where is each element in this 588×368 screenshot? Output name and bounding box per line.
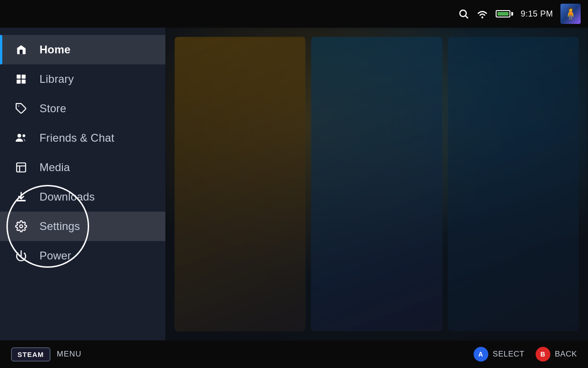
media-label: Media bbox=[40, 161, 70, 174]
game-card-1 bbox=[175, 37, 305, 331]
power-label: Power bbox=[40, 249, 71, 262]
svg-point-2 bbox=[481, 17, 483, 18]
friends-icon bbox=[13, 130, 29, 146]
game-card-3 bbox=[448, 37, 579, 331]
settings-icon bbox=[13, 218, 29, 235]
downloads-icon bbox=[13, 189, 29, 205]
content-cards bbox=[165, 28, 588, 340]
home-label: Home bbox=[40, 43, 70, 56]
sidebar-item-store[interactable]: Store bbox=[0, 94, 165, 123]
back-label: BACK bbox=[555, 350, 577, 359]
svg-point-11 bbox=[20, 225, 23, 228]
library-label: Library bbox=[40, 73, 74, 86]
steam-button[interactable]: STEAM bbox=[11, 347, 51, 362]
wifi-icon bbox=[476, 9, 488, 19]
b-button[interactable]: B bbox=[536, 347, 550, 362]
svg-rect-5 bbox=[17, 80, 21, 84]
settings-label: Settings bbox=[40, 220, 80, 233]
battery-icon bbox=[496, 10, 513, 17]
avatar[interactable]: 🧍 bbox=[560, 4, 581, 24]
steam-menu: STEAM MENU bbox=[11, 347, 82, 362]
time-display: 9:15 PM bbox=[520, 9, 553, 19]
bottombar: STEAM MENU A SELECT B BACK bbox=[0, 340, 588, 368]
sidebar-item-settings[interactable]: Settings bbox=[0, 212, 165, 241]
main-content bbox=[165, 28, 588, 340]
friends-label: Friends & Chat bbox=[40, 132, 114, 144]
svg-rect-3 bbox=[17, 75, 21, 79]
select-label: SELECT bbox=[493, 350, 525, 359]
home-icon bbox=[13, 41, 29, 58]
sidebar-item-media[interactable]: Media bbox=[0, 153, 165, 182]
bottom-actions: A SELECT B BACK bbox=[474, 347, 577, 362]
power-icon bbox=[13, 247, 29, 264]
svg-point-8 bbox=[17, 134, 21, 138]
svg-rect-6 bbox=[22, 80, 26, 84]
svg-rect-4 bbox=[22, 75, 26, 79]
game-card-2 bbox=[311, 37, 442, 331]
select-action: A SELECT bbox=[474, 347, 525, 362]
search-icon[interactable] bbox=[458, 8, 469, 19]
library-icon bbox=[13, 71, 29, 87]
sidebar-item-friends[interactable]: Friends & Chat bbox=[0, 123, 165, 153]
a-button[interactable]: A bbox=[474, 347, 488, 362]
sidebar: Home Library Store bbox=[0, 28, 165, 340]
store-label: Store bbox=[40, 102, 66, 115]
sidebar-item-library[interactable]: Library bbox=[0, 64, 165, 94]
sidebar-item-home[interactable]: Home bbox=[0, 35, 165, 64]
store-icon bbox=[13, 100, 29, 117]
topbar: 9:15 PM 🧍 bbox=[0, 0, 588, 28]
svg-point-9 bbox=[23, 134, 25, 137]
svg-rect-10 bbox=[17, 163, 26, 172]
back-action: B BACK bbox=[536, 347, 577, 362]
sidebar-item-downloads[interactable]: Downloads bbox=[0, 182, 165, 212]
downloads-label: Downloads bbox=[40, 190, 95, 203]
svg-line-1 bbox=[466, 16, 468, 18]
sidebar-item-power[interactable]: Power bbox=[0, 241, 165, 270]
media-icon bbox=[13, 159, 29, 176]
menu-label: MENU bbox=[57, 350, 82, 359]
